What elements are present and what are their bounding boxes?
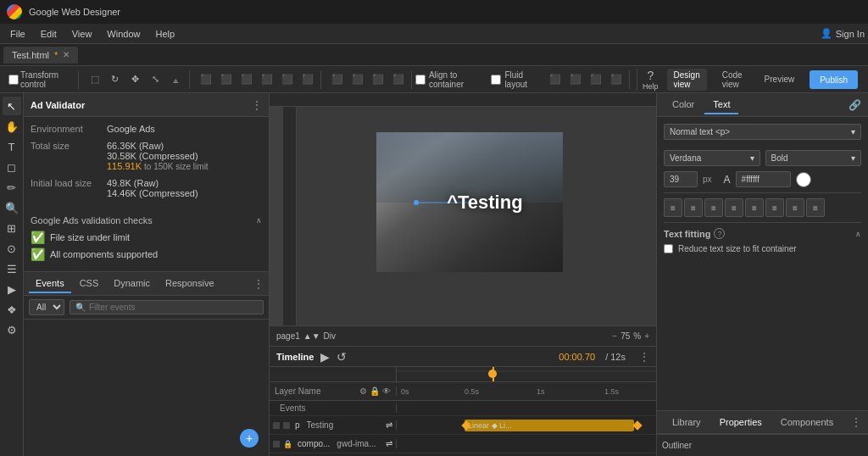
- tab-color[interactable]: Color: [664, 96, 703, 114]
- text-tag-select[interactable]: Normal text <p> ▾: [664, 124, 861, 140]
- text-fitting-collapse-icon[interactable]: ∧: [855, 230, 861, 238]
- align-justify-btn[interactable]: ≡: [725, 198, 743, 217]
- keyframe-diamond2[interactable]: [632, 420, 642, 430]
- canvas-frame[interactable]: ^Testing: [376, 132, 563, 272]
- indent-btn2[interactable]: ≡: [806, 198, 825, 217]
- color-swatch[interactable]: [796, 172, 811, 187]
- align-left-tool[interactable]: ⬛: [197, 70, 215, 89]
- zoom-in-button[interactable]: +: [644, 331, 649, 341]
- animation-bar[interactable]: Linear ◆ Li...: [465, 420, 634, 431]
- distribute-h-tool[interactable]: ⬛: [328, 70, 347, 89]
- extra-tool1[interactable]: ⬛: [546, 70, 565, 89]
- extra-tool3[interactable]: ⬛: [587, 70, 605, 89]
- tab-dynamic[interactable]: Dynamic: [107, 275, 157, 293]
- tab-text[interactable]: Text: [704, 96, 738, 114]
- align-center-tool[interactable]: ⬛: [217, 70, 236, 89]
- tab-events[interactable]: Events: [29, 275, 71, 293]
- component-tool[interactable]: ❖: [3, 300, 21, 319]
- settings-col-icon[interactable]: ⚙: [359, 386, 367, 396]
- skew-tool[interactable]: ⟁: [167, 70, 186, 89]
- sign-in-button[interactable]: 👤 Sign In: [821, 28, 865, 39]
- vis-col-icon[interactable]: 👁: [382, 386, 391, 396]
- tab-css[interactable]: CSS: [73, 275, 106, 293]
- menu-window[interactable]: Window: [100, 27, 147, 41]
- align-container-checkbox[interactable]: [415, 75, 426, 85]
- distribute-tool3[interactable]: ⬛: [389, 70, 408, 89]
- add-event-button[interactable]: +: [240, 429, 259, 448]
- align-right-btn[interactable]: ≡: [704, 198, 723, 217]
- close-tab-icon[interactable]: ✕: [63, 50, 70, 59]
- scrubber-head[interactable]: [488, 370, 497, 378]
- tab-components[interactable]: Components: [772, 414, 842, 431]
- weight-select[interactable]: Bold ▾: [765, 150, 862, 166]
- tab-responsive[interactable]: Responsive: [159, 275, 220, 293]
- timeline-scrubber-track[interactable]: [397, 367, 656, 381]
- color-picker-tool[interactable]: ⊙: [3, 239, 21, 258]
- canvas-text[interactable]: ^Testing: [447, 192, 522, 214]
- timeline-menu[interactable]: ⋮: [639, 351, 649, 363]
- loop-button[interactable]: ↺: [337, 350, 347, 364]
- checks-collapse[interactable]: ∧: [256, 216, 262, 225]
- font-size-input[interactable]: [664, 171, 698, 187]
- timeline-cell-compo-track[interactable]: [397, 435, 656, 453]
- ad-validator-menu[interactable]: ⋮: [252, 99, 262, 111]
- align-right-tool[interactable]: ⬛: [237, 70, 256, 89]
- file-tab[interactable]: Test.html * ✕: [3, 47, 78, 64]
- fluid-layout-checkbox[interactable]: [491, 75, 501, 85]
- extra-tool2[interactable]: ⬛: [566, 70, 585, 89]
- align-center-btn[interactable]: ≡: [684, 198, 703, 217]
- events-filter-select[interactable]: All: [29, 299, 64, 315]
- align-top-tool[interactable]: ⬛: [258, 70, 276, 89]
- shape-tool[interactable]: ◻: [3, 158, 21, 176]
- media-tool[interactable]: ▶: [3, 280, 21, 298]
- transform-checkbox[interactable]: [8, 75, 19, 85]
- design-view-button[interactable]: Design view: [667, 69, 707, 91]
- settings-tool[interactable]: ⚙: [3, 320, 21, 339]
- code-view-button[interactable]: Code view: [715, 69, 749, 91]
- distribute-v-tool[interactable]: ⬛: [348, 70, 367, 89]
- align-middle-tool[interactable]: ⬛: [278, 70, 297, 89]
- text-tool[interactable]: T: [3, 137, 21, 156]
- indent-btn1[interactable]: ≡: [786, 198, 804, 217]
- align-left-btn[interactable]: ≡: [664, 198, 682, 217]
- menu-file[interactable]: File: [3, 27, 32, 41]
- menu-edit[interactable]: Edit: [34, 27, 64, 41]
- right-panel-link-icon[interactable]: 🔗: [849, 99, 861, 111]
- pan-tool[interactable]: ✋: [3, 117, 21, 136]
- events-search-input[interactable]: [89, 303, 258, 312]
- crop-tool[interactable]: ⊞: [3, 219, 21, 237]
- list-btn1[interactable]: ≡: [745, 198, 764, 217]
- help-button[interactable]: ? Help: [643, 69, 659, 91]
- tab-properties[interactable]: Properties: [711, 414, 771, 431]
- lock-col-icon[interactable]: 🔒: [370, 386, 380, 396]
- zoom-tool[interactable]: 🔍: [3, 198, 21, 217]
- events-menu[interactable]: ⋮: [253, 278, 264, 290]
- canvas-container[interactable]: -300 -250 -200 -100 0 50 150 250 350: [270, 93, 656, 325]
- canvas-viewport[interactable]: ^Testing: [283, 107, 656, 325]
- menu-view[interactable]: View: [65, 27, 99, 41]
- timeline-cell-p-track[interactable]: Linear ◆ Li...: [397, 416, 656, 434]
- rotate-tool[interactable]: ↻: [106, 70, 125, 89]
- cursor-tool[interactable]: ↖: [3, 97, 21, 115]
- scale-tool[interactable]: ⤡: [147, 70, 165, 89]
- pen-tool[interactable]: ✏: [3, 178, 21, 197]
- bottom-tabs-menu[interactable]: ⋮: [851, 416, 861, 428]
- reduce-text-checkbox[interactable]: [664, 244, 673, 253]
- move-tool[interactable]: ✥: [126, 70, 145, 89]
- tab-library[interactable]: Library: [664, 414, 709, 431]
- hand-tool[interactable]: ☰: [3, 259, 21, 278]
- list-btn2[interactable]: ≡: [765, 198, 784, 217]
- text-fitting-info-icon[interactable]: ?: [714, 228, 725, 239]
- extra-tool4[interactable]: ⬛: [607, 70, 626, 89]
- play-button[interactable]: ▶: [320, 350, 330, 364]
- distribute-tool2[interactable]: ⬛: [369, 70, 387, 89]
- zoom-out-button[interactable]: −: [612, 331, 617, 341]
- font-select[interactable]: Verdana ▾: [664, 150, 760, 166]
- menu-help[interactable]: Help: [148, 27, 181, 41]
- align-bottom-tool[interactable]: ⬛: [298, 70, 317, 89]
- color-input[interactable]: [736, 171, 791, 187]
- select-tool[interactable]: ⬚: [86, 70, 104, 89]
- preview-button[interactable]: Preview: [758, 73, 802, 86]
- publish-button[interactable]: Publish: [810, 70, 858, 89]
- page-arrow[interactable]: ▲▼: [303, 331, 320, 341]
